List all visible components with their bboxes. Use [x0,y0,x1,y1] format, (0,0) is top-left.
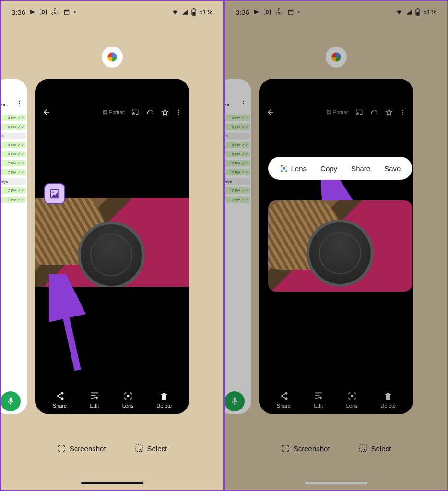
wifi-icon [395,9,403,15]
svg-point-21 [243,105,244,105]
svg-point-24 [402,110,403,111]
whatsapp-card-partial[interactable]: 6 PM ✓✓ 6 PM ✓✓ ulati. 6 PM ✓✓ 6 PM ✓✓ 7… [0,79,27,414]
screenshot-button[interactable]: Screenshot [281,444,330,453]
svg-point-9 [178,112,179,113]
nav-pill[interactable] [81,482,143,484]
lens-button[interactable]: Lens [346,391,358,409]
status-bar: 3:36 D 0KB/s 51% [1,1,223,23]
chat-messages: 6 PM ✓✓ 6 PM ✓✓ ulati. 6 PM ✓✓ 6 PM ✓✓ 7… [224,113,251,388]
list-item: hahiye [0,178,26,185]
svg-point-26 [402,114,403,115]
share-button[interactable]: Share [53,391,67,409]
more-icon[interactable] [176,108,182,116]
nav-pill[interactable] [305,482,367,484]
photos-app-icon[interactable] [102,47,123,68]
battery-icon [191,8,196,16]
photos-card[interactable]: Portrait Share Edit Lens Delete [35,79,189,414]
phone-icon [0,99,6,107]
list-item: hahiye [224,178,250,185]
popup-lens[interactable]: Lens [280,164,307,173]
chat-messages: 6 PM ✓✓ 6 PM ✓✓ ulati. 6 PM ✓✓ 6 PM ✓✓ 7… [0,113,27,388]
list-item: 7 PM ✓✓ [0,160,26,166]
list-item: 7 PM ✓✓ [0,197,26,203]
image-chip-button[interactable] [44,183,65,204]
svg-rect-2 [192,12,195,15]
portrait-chip: Portrait [327,110,349,115]
cast-icon[interactable] [131,109,139,116]
svg-point-27 [351,395,353,397]
calendar-icon [287,9,294,15]
net-speed: 0KB/s [50,8,59,16]
cast-icon[interactable] [355,109,363,116]
popup-share[interactable]: Share [351,164,370,173]
signal-icon [182,9,189,15]
back-icon[interactable] [266,108,275,117]
signal-icon [406,9,413,15]
recents-bottom-bar: Screenshot Select [225,444,447,453]
star-icon[interactable] [161,108,169,116]
more-icon[interactable] [240,100,247,106]
wifi-icon [171,9,179,15]
cloud-icon[interactable] [146,109,154,116]
dot-icon [74,11,76,13]
edit-button[interactable]: Edit [90,391,99,409]
photos-app-icon[interactable] [326,47,347,68]
delete-button[interactable]: Delete [380,391,396,409]
list-item: 6 PM ✓✓ [0,142,26,148]
clock: 3:36 [236,8,249,16]
popup-copy[interactable]: Copy [320,164,337,173]
battery-label: 51% [199,8,212,16]
photo-bottom-actions: Share Edit Lens Delete [259,391,413,409]
delete-button[interactable]: Delete [156,391,172,409]
lens-button[interactable]: Lens [122,391,134,409]
list-item: ulati. [224,133,250,139]
screenshot-button[interactable]: Screenshot [57,444,106,453]
whatsapp-card-partial[interactable]: 6 PM ✓✓ 6 PM ✓✓ ulati. 6 PM ✓✓ 6 PM ✓✓ 7… [224,79,251,414]
svg-rect-31 [360,445,366,452]
selected-image[interactable] [268,200,412,292]
mic-fab[interactable] [0,391,21,411]
list-item: ulati. [0,133,26,139]
svg-point-19 [243,101,244,102]
select-button[interactable]: Select [135,444,167,453]
star-icon[interactable] [385,108,393,116]
more-icon[interactable] [400,108,406,116]
cloud-icon[interactable] [370,109,378,116]
battery-icon [415,8,420,16]
mic-fab[interactable] [224,391,245,411]
more-icon[interactable] [16,100,23,106]
status-bar: 3:36 D 0KB/s 51% [225,1,447,23]
list-item: 6 PM ✓✓ [224,151,250,157]
photo-toolbar: Portrait [259,104,413,121]
list-item: 6 PM ✓✓ [224,115,250,121]
clock: 3:36 [12,8,25,16]
list-item: 7 PM ✓✓ [224,160,250,166]
photo-bottom-actions: Share Edit Lens Delete [35,391,189,409]
svg-point-25 [402,112,403,113]
svg-point-7 [104,111,105,112]
photo-toolbar: Portrait [35,104,189,121]
phone-icon [224,99,230,107]
select-button[interactable]: Select [359,444,391,453]
recents-screen-right: 3:36 D 0KB/s 51% 6 PM ✓✓ [224,0,448,491]
recents-bottom-bar: Screenshot Select [1,444,223,453]
svg-point-10 [178,114,179,115]
svg-rect-1 [193,8,194,9]
list-item: 7 PM ✓✓ [0,169,26,175]
list-item: 6 PM ✓✓ [0,124,26,130]
photo-content[interactable] [35,198,189,287]
badge-icon: D [40,9,47,15]
list-item: 7 PM ✓✓ [0,187,26,194]
list-item: 7 PM ✓✓ [224,187,250,194]
list-item: 6 PM ✓✓ [224,142,250,148]
popup-save[interactable]: Save [384,164,401,173]
dot-icon [298,11,300,13]
svg-point-20 [243,103,244,104]
portrait-chip: Portrait [103,110,125,115]
recents-screen-left: 3:36 D 0KB/s 51% 6 PM ✓✓ [0,0,224,491]
edit-button[interactable]: Edit [314,391,323,409]
send-icon [253,9,260,15]
back-icon[interactable] [42,108,51,117]
svg-point-13 [52,191,54,193]
share-button[interactable]: Share [277,391,291,409]
